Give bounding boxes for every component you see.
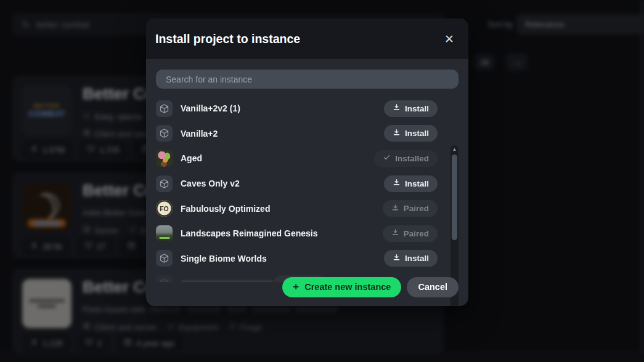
instance-row: Vanilla+2v2 (1)Install — [156, 96, 459, 121]
download-icon — [391, 204, 399, 214]
landscape-instance-icon — [156, 225, 173, 242]
scrollbar-thumb[interactable] — [452, 155, 457, 240]
modal-title: Install project to instance — [155, 32, 300, 46]
download-icon — [393, 129, 401, 139]
check-icon — [383, 153, 391, 163]
instance-row: Single Biome WorldsInstall — [156, 246, 459, 272]
modal-footer: + Create new instance Cancel — [146, 273, 468, 306]
instance-name: Caves Only v2 — [181, 179, 384, 188]
download-icon — [393, 179, 401, 188]
install-button[interactable]: Install — [384, 250, 438, 267]
paired-button[interactable]: Paired — [383, 200, 438, 217]
instance-name: Single Biome Worlds — [181, 254, 384, 263]
plus-icon: + — [293, 281, 299, 293]
create-new-instance-label: Create new instance — [304, 282, 391, 292]
instance-row: FOFabulously OptimizedPaired — [156, 196, 459, 221]
modal-header: Install project to instance ✕ — [146, 18, 468, 59]
installed-button[interactable]: Installed — [374, 150, 438, 167]
install-button[interactable]: Install — [384, 175, 438, 192]
action-label: Installed — [395, 154, 429, 163]
instance-name: Aged — [181, 153, 374, 163]
scroll-up-icon[interactable]: ▲ — [452, 145, 457, 154]
download-icon — [393, 254, 401, 263]
cancel-button[interactable]: Cancel — [407, 277, 459, 297]
close-icon[interactable]: ✕ — [441, 31, 458, 47]
instance-list: Vanilla+2v2 (1)InstallVanilla+2InstallAg… — [156, 96, 459, 282]
download-icon — [393, 103, 401, 113]
install-button[interactable]: Install — [384, 100, 438, 117]
modal-body: Vanilla+2v2 (1)InstallVanilla+2InstallAg… — [146, 59, 468, 306]
action-label: Install — [405, 254, 429, 263]
cube-icon — [156, 100, 173, 117]
instance-row: Landscapes Reimagined GenesisPaired — [156, 221, 459, 246]
instance-row: Caves Only v2Install — [156, 171, 459, 196]
instance-row: AgedInstalled — [156, 146, 459, 171]
instance-name: Vanilla+2v2 (1) — [181, 103, 384, 113]
cube-icon — [156, 175, 173, 192]
instance-name: Fabulously Optimized — [181, 204, 383, 214]
app-window: better combat Sort by Relevance 28 → BET… — [0, 0, 644, 362]
action-label: Paired — [404, 204, 429, 213]
install-button[interactable]: Install — [384, 125, 438, 142]
instance-row: Vanilla+2Install — [156, 121, 459, 147]
install-to-instance-modal: Install project to instance ✕ Vanilla+2v… — [146, 18, 468, 306]
action-label: Install — [405, 129, 429, 138]
instance-search-input[interactable] — [156, 70, 459, 89]
download-icon — [391, 228, 399, 238]
action-label: Install — [405, 104, 429, 113]
instance-name: Landscapes Reimagined Genesis — [181, 228, 383, 238]
instance-name: Vanilla+2 — [181, 129, 384, 139]
action-label: Install — [405, 179, 429, 188]
paired-button[interactable]: Paired — [383, 225, 438, 242]
aged-instance-icon — [156, 150, 173, 167]
cube-icon — [156, 250, 173, 267]
cube-icon — [156, 125, 173, 142]
fabulously-optimized-icon: FO — [156, 200, 173, 217]
create-new-instance-button[interactable]: + Create new instance — [282, 277, 401, 297]
action-label: Paired — [404, 229, 429, 238]
